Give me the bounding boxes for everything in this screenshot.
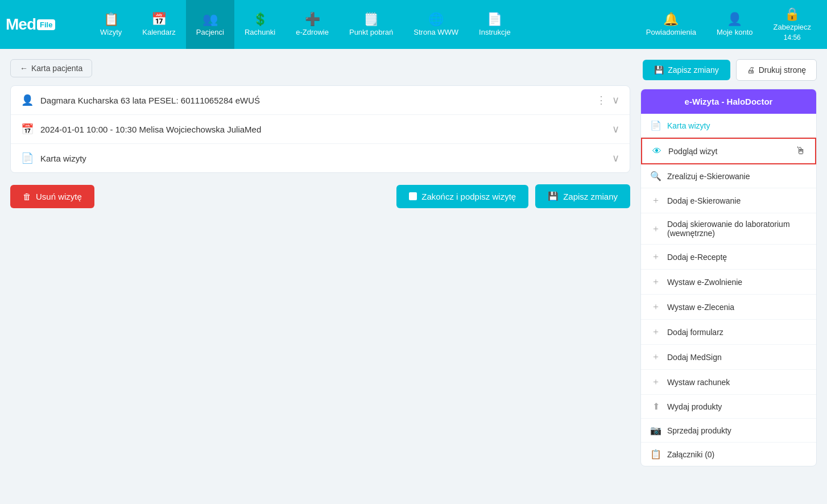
patient-card: 👤 Dagmara Kucharska 63 lata PESEL: 60111… — [10, 85, 630, 173]
search-icon: 🔍 — [650, 171, 661, 181]
plus-icon-5: ＋ — [650, 301, 661, 313]
karta-doc-icon: 📄 — [21, 152, 35, 164]
trash-icon: 🗑 — [23, 192, 31, 201]
save-main-label: Zapisz zmiany — [563, 192, 618, 201]
sidebar-podglad-label: Podgląd wizyt — [668, 147, 717, 156]
karta-wizyty-text: Karta wizyty — [40, 154, 606, 163]
delete-label: Usuń wizytę — [36, 192, 82, 201]
nav-item-moje-konto[interactable]: 👤 Moje konto — [706, 0, 763, 49]
plus-icon-8: ＋ — [650, 376, 661, 388]
plus-icon-4: ＋ — [650, 276, 661, 288]
sidebar-wydaj-label: Wydaj produkty — [667, 402, 722, 411]
sidebar-zalaczniki-label: Załączniki (0) — [667, 450, 714, 459]
punkt-pobran-icon: 🗒️ — [363, 13, 379, 26]
nav-item-strona-www[interactable]: 🌐 Strona WWW — [403, 0, 469, 49]
patient-info-row[interactable]: 👤 Dagmara Kucharska 63 lata PESEL: 60111… — [11, 86, 630, 115]
logo-file: File — [37, 19, 55, 30]
save-changes-button[interactable]: 💾 Zapisz zmiany — [643, 60, 730, 80]
nav-item-kalendarz[interactable]: 📅 Kalendarz — [132, 0, 186, 49]
plus-icon-2: ＋ — [650, 223, 661, 235]
nav-item-instrukcje[interactable]: 📄 Instrukcje — [469, 0, 521, 49]
karta-row-actions: ∨ — [612, 152, 619, 164]
zabezpiecz-icon: 🔒 — [784, 8, 800, 20]
finish-square-icon — [409, 192, 417, 200]
pacjenci-icon: 👥 — [202, 13, 218, 26]
camera-icon: 📷 — [650, 425, 661, 436]
rachunki-icon: 💲 — [253, 13, 268, 26]
sidebar-formularz-label: Dodaj formularz — [667, 328, 723, 337]
top-navigation: Med File 📋 Wizyty 📅 Kalendarz 👥 Pacjenci… — [0, 0, 827, 49]
delete-visit-button[interactable]: 🗑 Usuń wizytę — [10, 185, 94, 208]
nav-item-wizyty[interactable]: 📋 Wizyty — [90, 0, 132, 49]
sidebar-zalaczniki[interactable]: 📋 Załączniki (0) — [641, 443, 816, 466]
sidebar-karta-wizyty[interactable]: 📄 Karta wizyty — [641, 114, 816, 138]
powiadomienia-label: Powiadomienia — [646, 28, 696, 36]
sidebar-wystaw-rachunek[interactable]: ＋ Wystaw rachunek — [641, 370, 816, 395]
sidebar-dodaj-formularz[interactable]: ＋ Dodaj formularz — [641, 320, 816, 345]
sidebar-sprzedaj-produkty[interactable]: 📷 Sprzedaj produkty — [641, 419, 816, 443]
sidebar-zwolnienie-label: Wystaw e-Zwolnienie — [667, 278, 742, 287]
bottom-actions: 🗑 Usuń wizytę Zakończ i podpisz wizytę 💾… — [10, 184, 630, 208]
save-label: Zapisz zmiany — [668, 65, 718, 75]
pacjenci-label: Pacjenci — [196, 28, 224, 36]
sidebar-zlecenia-label: Wystaw e-Zlecenia — [667, 303, 734, 312]
sidebar-karta-wizyty-label: Karta wizyty — [667, 121, 710, 130]
nav-item-pacjenci[interactable]: 👥 Pacjenci — [186, 0, 234, 49]
sidebar-wydaj-produkty[interactable]: ⬆ Wydaj produkty — [641, 395, 816, 419]
patient-dots-button[interactable]: ⋮ — [596, 94, 606, 106]
karta-chevron-button[interactable]: ∨ — [612, 152, 619, 164]
save-icon: 💾 — [654, 65, 664, 75]
nav-item-powiadomienia[interactable]: 🔔 Powiadomienia — [636, 0, 706, 49]
back-button[interactable]: ← Karta pacjenta — [10, 59, 92, 77]
patient-icon: 👤 — [21, 94, 35, 106]
logo[interactable]: Med File — [6, 15, 80, 34]
sidebar-zrealizuj-eskierowanie[interactable]: 🔍 Zrealizuj e-Skierowanie — [641, 164, 816, 188]
save-changes-main-button[interactable]: 💾 Zapisz zmiany — [535, 184, 630, 208]
nav-item-zabezpiecz[interactable]: 🔒 Zabezpiecz 14:56 — [763, 0, 821, 49]
patient-info-text: Dagmara Kucharska 63 lata PESEL: 6011106… — [40, 96, 590, 105]
print-label: Drukuj stronę — [759, 65, 806, 75]
sidebar-sprzedaj-label: Sprzedaj produkty — [667, 426, 731, 435]
sidebar-top-actions: 💾 Zapisz zmiany 🖨 Drukuj stronę — [640, 59, 817, 81]
plus-icon-6: ＋ — [650, 326, 661, 338]
patient-chevron-button[interactable]: ∨ — [612, 94, 619, 106]
main-panel: ← Karta pacjenta 👤 Dagmara Kucharska 63 … — [10, 59, 630, 494]
sidebar-dodaj-eskierowanie[interactable]: ＋ Dodaj e-Skierowanie — [641, 188, 816, 213]
sidebar-dodaj-eskierowanie-label: Dodaj e-Skierowanie — [667, 196, 741, 205]
nav-right: 🔔 Powiadomienia 👤 Moje konto 🔒 Zabezpiec… — [636, 0, 821, 49]
upload-icon: ⬆ — [650, 401, 661, 412]
ewizyta-label: e-Wizyta - HaloDoctor — [685, 97, 773, 106]
kalendarz-icon: 📅 — [151, 13, 167, 26]
kalendarz-label: Kalendarz — [142, 28, 176, 36]
nav-item-punkt-pobran[interactable]: 🗒️ Punkt pobrań — [339, 0, 403, 49]
calendar-icon: 📅 — [21, 123, 35, 135]
print-icon: 🖨 — [747, 65, 755, 75]
right-actions: Zakończ i podpisz wizytę 💾 Zapisz zmiany — [396, 184, 630, 208]
wizyty-label: Wizyty — [100, 28, 122, 36]
attachment-icon: 📋 — [650, 449, 661, 460]
karta-wizyty-row[interactable]: 📄 Karta wizyty ∨ — [11, 144, 630, 172]
finish-sign-button[interactable]: Zakończ i podpisz wizytę — [396, 185, 528, 208]
appointment-info-text: 2024-01-01 10:00 - 10:30 Melisa Wojciech… — [40, 125, 606, 134]
sidebar-wystaw-ezlecenia[interactable]: ＋ Wystaw e-Zlecenia — [641, 295, 816, 320]
sidebar-dodaj-skierowanie-lab[interactable]: ＋ Dodaj skierowanie do laboratorium (wew… — [641, 213, 816, 245]
nav-item-ezdrowie[interactable]: ➕ e-Zdrowie — [286, 0, 339, 49]
moje-konto-label: Moje konto — [717, 28, 753, 36]
appointment-row[interactable]: 📅 2024-01-01 10:00 - 10:30 Melisa Wojcie… — [11, 115, 630, 144]
ewizyta-button[interactable]: e-Wizyta - HaloDoctor — [641, 89, 816, 114]
appointment-chevron-button[interactable]: ∨ — [612, 123, 619, 135]
nav-item-rachunki[interactable]: 💲 Rachunki — [234, 0, 286, 49]
print-button[interactable]: 🖨 Drukuj stronę — [736, 59, 817, 81]
sidebar-dodaj-medsign[interactable]: ＋ Dodaj MedSign — [641, 345, 816, 370]
right-sidebar: 💾 Zapisz zmiany 🖨 Drukuj stronę e-Wizyta… — [640, 59, 817, 494]
logo-med: Med — [6, 15, 36, 34]
sidebar-panel: e-Wizyta - HaloDoctor 📄 Karta wizyty 👁 P… — [640, 89, 817, 466]
sidebar-podglad-wizyt[interactable]: 👁 Podgląd wizyt 🖱 — [641, 138, 816, 164]
eye-icon: 👁 — [651, 146, 663, 156]
ezdrowie-label: e-Zdrowie — [296, 28, 329, 36]
sidebar-wystaw-ezwolnienie[interactable]: ＋ Wystaw e-Zwolnienie — [641, 270, 816, 295]
sidebar-dodaj-recepte[interactable]: ＋ Dodaj e-Receptę — [641, 245, 816, 270]
patient-row-actions: ⋮ ∨ — [596, 94, 619, 106]
rachunki-label: Rachunki — [245, 28, 275, 36]
appointment-row-actions: ∨ — [612, 123, 619, 135]
